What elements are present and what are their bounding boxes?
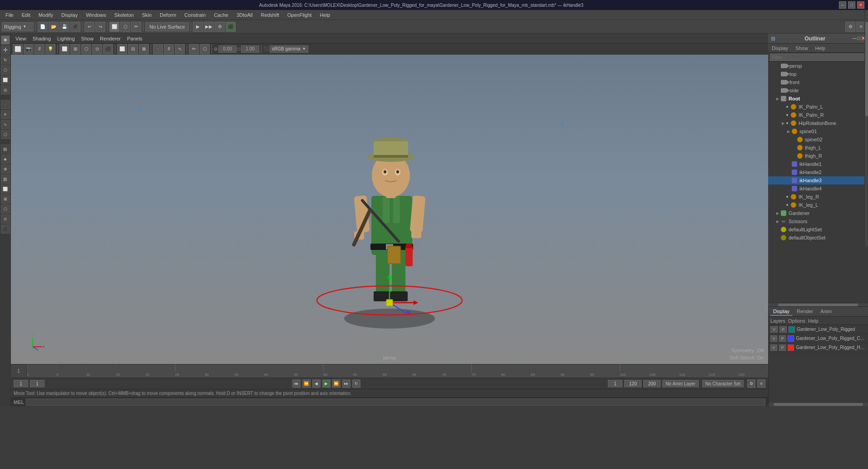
tree-item-ikpalml[interactable]: IK_Palm_L — [768, 103, 868, 111]
tree-item-root[interactable]: ▶ Root — [768, 95, 868, 103]
color-management-dropdown[interactable]: sRGB gamma ▼ — [270, 45, 308, 53]
menu-file[interactable]: File — [2, 11, 17, 19]
tree-item-ikhandle4[interactable]: ikHandle4 — [768, 185, 868, 193]
layer-p-btn-1[interactable]: P — [779, 326, 787, 333]
attr-anim-tab[interactable]: Anim — [818, 308, 834, 316]
vp-shading-1-btn[interactable]: ⬜ — [59, 44, 69, 54]
layer-v-btn-2[interactable]: V — [770, 335, 777, 342]
menu-skin[interactable]: Skin — [138, 11, 155, 19]
move-tool-btn[interactable]: ✛ — [1, 45, 10, 55]
menu-help[interactable]: Help — [316, 11, 334, 19]
no-character-set-label[interactable]: No Character Set — [702, 380, 744, 387]
panels-menu[interactable]: Panels — [124, 35, 145, 42]
vp-val1[interactable]: 0.00 — [218, 45, 237, 53]
render-opts-btn[interactable]: ⚙ — [215, 22, 225, 32]
vp-curve-snap-btn[interactable]: ∿ — [175, 44, 185, 54]
attr-help-tab[interactable]: Help — [808, 318, 819, 324]
isolate-btn[interactable]: ◈ — [1, 155, 10, 164]
anim-prefs-btn[interactable]: ⚙ — [747, 379, 755, 388]
lighting-menu[interactable]: Lighting — [54, 35, 78, 42]
no-live-surface-btn[interactable]: No Live Surface — [145, 22, 189, 31]
paint-sel-btn[interactable]: ✏ — [131, 22, 141, 32]
tree-item-gardener[interactable]: ▶ Gardener — [768, 209, 868, 217]
vp-shading-2-btn[interactable]: ⊞ — [70, 44, 80, 54]
menu-edit[interactable]: Edit — [18, 11, 34, 19]
attr-render-tab[interactable]: Render — [794, 308, 816, 316]
vp-layout-3-btn[interactable]: ⊠ — [139, 44, 149, 54]
vp-snap-btn[interactable]: · — [153, 44, 163, 54]
mode-dropdown[interactable]: Rigging ▼ — [2, 22, 34, 31]
anim-play-end[interactable]: 200 — [643, 380, 661, 387]
vp-select-btn[interactable]: ⬜ — [13, 44, 23, 54]
vp-shading-5-btn[interactable]: ⬛ — [103, 44, 113, 54]
save-scene-btn[interactable]: ⬛ — [70, 22, 80, 32]
scale-tool-btn[interactable]: ⬡ — [1, 65, 10, 75]
outliner-scrollbar-thumb[interactable] — [778, 304, 858, 306]
rotate-tool-btn[interactable]: ↻ — [1, 55, 10, 65]
layer-v-btn-3[interactable]: V — [770, 344, 777, 351]
tree-item-ikpalmr[interactable]: IK_Palm_R — [768, 111, 868, 119]
timeline-ruler[interactable]: 1 5 10 15 20 25 30 35 40 45 50 55 60 65 … — [27, 364, 768, 378]
vp-camera-btn[interactable]: 📷 — [24, 44, 34, 54]
tree-item-side[interactable]: side — [768, 86, 868, 95]
skip-to-end-btn[interactable]: ⏭ — [342, 379, 350, 388]
step-back-btn[interactable]: ⏪ — [302, 379, 311, 388]
snap-to-surface-btn[interactable]: ⬡ — [1, 130, 10, 139]
tree-item-ikhandle3[interactable]: ikHandle3 — [768, 176, 868, 185]
tree-item-spine01[interactable]: ▶ spine01 — [768, 127, 868, 135]
textured-btn[interactable]: ⬛ — [1, 225, 10, 234]
tree-item-objset[interactable]: defaultObjectSet — [768, 234, 868, 242]
tree-item-lightset[interactable]: defaultLightSet — [768, 225, 868, 234]
tree-item-hipbone[interactable]: ▶ HipRotationBone — [768, 119, 868, 127]
save-file-btn[interactable]: 💾 — [59, 22, 69, 32]
viewport-btn[interactable]: ⬜ — [1, 185, 10, 194]
tree-item-top[interactable]: top — [768, 70, 868, 78]
snap-to-curve-btn[interactable]: ∿ — [1, 120, 10, 129]
render-btn[interactable]: ▶ — [193, 22, 203, 32]
menu-openflight[interactable]: OpenFlight — [284, 11, 316, 19]
tree-item-scissors[interactable]: ▶ ✂ Scissors — [768, 217, 868, 225]
lasso-btn[interactable]: ⬡ — [120, 22, 130, 32]
play-forward-btn[interactable]: ▶ — [322, 379, 330, 388]
tree-item-ikhandle2[interactable]: ikHandle2 — [768, 168, 868, 176]
focus-btn[interactable]: ⊕ — [1, 165, 10, 174]
menu-display[interactable]: Display — [58, 11, 81, 19]
tree-item-ikhandle1[interactable]: ikHandle1 — [768, 160, 868, 168]
play-back-btn[interactable]: ◀ — [312, 379, 321, 388]
vp-paint-btn[interactable]: ✏ — [189, 44, 199, 54]
right-panel-hscrollbar[interactable] — [769, 403, 868, 406]
vp-light-btn[interactable]: 💡 — [45, 44, 55, 54]
show-hide-btn[interactable]: ▤ — [1, 145, 10, 154]
anim-play-start[interactable]: 1 — [608, 380, 622, 387]
tree-item-spine02[interactable]: spine02 — [768, 135, 868, 144]
menu-3dtoall[interactable]: 3DtoAll — [233, 11, 256, 19]
close-btn[interactable]: ✕ — [857, 1, 864, 9]
anim-more-btn[interactable]: ≡ — [757, 379, 765, 388]
layer-p-btn-3[interactable]: P — [779, 344, 786, 351]
render-region-btn[interactable]: ▥ — [1, 175, 10, 184]
vp-layout-1-btn[interactable]: ⬜ — [117, 44, 127, 54]
outliner-show-tab[interactable]: Show — [794, 45, 810, 52]
layer-p-btn-2[interactable]: P — [779, 335, 786, 342]
skip-to-start-btn[interactable]: ⏮ — [292, 379, 301, 388]
outliner-help-tab[interactable]: Help — [814, 45, 828, 52]
vp-grid-btn[interactable]: # — [35, 44, 44, 54]
3d-viewport[interactable]: Y X Z persp Symmetry: Off Soft Select: — [11, 55, 768, 364]
no-anim-layer-label[interactable]: No Anim Layer — [662, 380, 699, 387]
outliner-restore-btn[interactable]: □ — [857, 35, 860, 41]
vp-sculpt-btn[interactable]: ⬡ — [200, 44, 210, 54]
outliner-search-input[interactable] — [770, 54, 866, 61]
select-tool-btn[interactable]: ✦ — [1, 35, 10, 45]
wireframe-btn[interactable]: ⬡ — [1, 205, 10, 214]
outliner-scrollbar[interactable] — [768, 303, 868, 306]
render-seq-btn[interactable]: ▶▶ — [204, 22, 214, 32]
universal-manip-btn[interactable]: ⬜ — [1, 75, 10, 85]
renderer-menu[interactable]: Renderer — [97, 35, 123, 42]
layer-v-btn-1[interactable]: V — [770, 326, 778, 333]
tree-item-iklegl[interactable]: IK_leg_L — [768, 201, 868, 209]
menu-constrain[interactable]: Constrain — [181, 11, 209, 19]
loop-btn[interactable]: ↻ — [352, 379, 360, 388]
menu-deform[interactable]: Deform — [156, 11, 180, 19]
shading-menu[interactable]: Shading — [30, 35, 54, 42]
vp-grid-snap-btn[interactable]: # — [164, 44, 174, 54]
